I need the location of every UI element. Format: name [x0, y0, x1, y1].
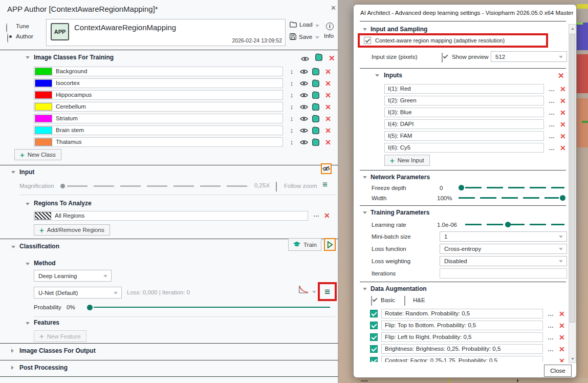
- ellipsis-button[interactable]: …: [549, 110, 555, 116]
- show-preview-checkbox[interactable]: [442, 53, 443, 62]
- magnification-slider-knob[interactable]: [60, 184, 65, 188]
- load-button[interactable]: Load: [290, 22, 313, 28]
- probability-slider-knob[interactable]: [87, 305, 93, 310]
- class-polygon-icon[interactable]: [312, 115, 321, 123]
- input-size-dropdown[interactable]: 512: [491, 51, 567, 62]
- ellipsis-button[interactable]: …: [548, 334, 554, 341]
- training-classes-expander-icon[interactable]: [26, 56, 30, 59]
- new-feature-button[interactable]: + New Feature: [34, 330, 86, 342]
- augmentation-field[interactable]: Rotate: Random. Probability: 0,5: [381, 309, 543, 318]
- augmentation-checkbox[interactable]: [370, 333, 378, 341]
- new-input-button[interactable]: + New Input: [384, 155, 430, 166]
- scroll-down-button[interactable]: [569, 355, 576, 363]
- class-color-swatch[interactable]: [35, 126, 52, 134]
- reorder-updown-icon[interactable]: ↕: [287, 127, 296, 134]
- basic-checkbox[interactable]: [371, 296, 372, 306]
- ellipsis-button[interactable]: …: [549, 145, 555, 151]
- freeze-depth-slider-track[interactable]: [465, 187, 564, 188]
- dialog-scrollbar[interactable]: [569, 24, 576, 363]
- input-channel-field[interactable]: I(3): Blue: [384, 108, 544, 117]
- width-slider-knob[interactable]: [560, 195, 565, 201]
- close-button[interactable]: Close: [544, 365, 572, 377]
- reorder-updown-icon[interactable]: ↕: [287, 103, 296, 110]
- class-eye-icon[interactable]: [299, 69, 309, 75]
- class-name-field[interactable]: Background: [34, 67, 283, 76]
- all-regions-field[interactable]: All Regions: [34, 211, 308, 221]
- class-eye-icon[interactable]: [299, 80, 309, 87]
- ellipsis-button[interactable]: …: [549, 133, 555, 139]
- reorder-updown-icon[interactable]: ↕: [287, 139, 296, 145]
- reorder-updown-icon[interactable]: ↕: [287, 68, 296, 75]
- augmentation-checkbox[interactable]: [370, 345, 378, 353]
- augmentation-field[interactable]: Flip: Left to Right. Probability: 0,5: [381, 332, 543, 342]
- network-params-expander-icon[interactable]: [363, 176, 367, 179]
- class-eye-icon[interactable]: [299, 104, 309, 110]
- delete-class-icon[interactable]: ✕: [323, 103, 333, 111]
- save-dropdown-caret[interactable]: [315, 36, 319, 39]
- author-radio[interactable]: [7, 33, 8, 43]
- load-dropdown-caret[interactable]: [315, 25, 319, 27]
- class-name-field[interactable]: Brain stem: [34, 125, 283, 135]
- delete-augmentation-icon[interactable]: ✕: [559, 310, 565, 317]
- class-polygon-icon[interactable]: [312, 126, 321, 135]
- loss-function-dropdown[interactable]: Cross-entropy: [440, 244, 567, 254]
- delete-class-icon[interactable]: ✕: [323, 127, 333, 134]
- class-color-swatch[interactable]: [35, 115, 52, 122]
- delete-input-icon[interactable]: ✕: [560, 144, 566, 152]
- tune-radio[interactable]: [6, 23, 7, 33]
- scroll-up-button[interactable]: [569, 25, 576, 32]
- class-color-swatch[interactable]: [35, 103, 52, 111]
- app-name-box[interactable]: APP ContextAwareRegionMapping 2026-02-24…: [46, 19, 286, 46]
- class-polygon-icon[interactable]: [312, 79, 321, 88]
- loss-weighting-dropdown[interactable]: Disabled: [440, 256, 567, 266]
- network-dropdown[interactable]: U-Net (Default): [34, 287, 122, 299]
- network-menu-icon[interactable]: ≡: [324, 287, 330, 296]
- learning-rate-slider-track[interactable]: [465, 224, 564, 225]
- regions-ellipsis-button[interactable]: …: [313, 211, 319, 218]
- loss-curve-icon[interactable]: [298, 285, 309, 296]
- input-channel-field[interactable]: I(2): Green: [384, 96, 544, 105]
- all-classes-eye-icon[interactable]: [301, 55, 309, 64]
- mini-batch-dropdown[interactable]: 1: [440, 231, 567, 242]
- ellipsis-button[interactable]: …: [549, 98, 555, 104]
- augmentation-checkbox[interactable]: [370, 310, 378, 317]
- training-params-expander-icon[interactable]: [363, 211, 367, 214]
- class-color-swatch[interactable]: [35, 91, 52, 99]
- new-class-button[interactable]: + New Class: [14, 149, 61, 160]
- delete-input-icon[interactable]: ✕: [560, 109, 566, 116]
- reorder-updown-icon[interactable]: ↕: [287, 80, 296, 87]
- delete-class-icon[interactable]: ✕: [323, 68, 333, 75]
- delete-class-icon[interactable]: ✕: [323, 115, 333, 122]
- context-mapping-checkbox[interactable]: [364, 37, 371, 44]
- delete-augmentation-icon[interactable]: ✕: [559, 357, 565, 363]
- he-checkbox[interactable]: [404, 296, 405, 306]
- features-expander-icon[interactable]: [26, 322, 30, 325]
- delete-input-icon[interactable]: ✕: [560, 133, 566, 140]
- augmentation-checkbox[interactable]: [370, 357, 378, 362]
- delete-augmentation-icon[interactable]: ✕: [559, 322, 565, 329]
- augmentation-field[interactable]: Brightness: Brightness: 0,25. Probabilit…: [381, 344, 543, 354]
- input-section-expander-icon[interactable]: [11, 171, 15, 174]
- delete-class-icon[interactable]: ✕: [323, 139, 333, 146]
- class-name-field[interactable]: Isocortex: [34, 78, 283, 88]
- delete-class-icon[interactable]: ✕: [323, 80, 333, 87]
- augmentation-field[interactable]: Flip: Top to Bottom. Probability: 0,5: [381, 321, 543, 330]
- delete-input-icon[interactable]: ✕: [560, 97, 566, 104]
- input-sampling-expander-icon[interactable]: [363, 28, 367, 31]
- add-remove-regions-button[interactable]: + Add/Remove Regions: [34, 224, 110, 236]
- ellipsis-button[interactable]: …: [549, 121, 555, 127]
- augmentation-checkbox[interactable]: [370, 322, 378, 329]
- input-channel-field[interactable]: I(5): FAM: [384, 131, 544, 141]
- input-channel-field[interactable]: I(6): Cy5: [384, 143, 544, 153]
- probability-slider-track[interactable]: [94, 307, 330, 308]
- input-channel-field[interactable]: I(4): DAPI: [384, 119, 544, 129]
- info-icon[interactable]: i: [326, 23, 334, 30]
- class-polygon-icon[interactable]: [312, 91, 321, 99]
- train-button[interactable]: Train: [288, 238, 321, 251]
- ellipsis-button[interactable]: …: [548, 311, 554, 317]
- ellipsis-button[interactable]: …: [548, 323, 554, 329]
- method-dropdown[interactable]: Deep Learning: [34, 270, 112, 282]
- delete-input-icon[interactable]: ✕: [560, 121, 566, 128]
- close-icon[interactable]: ✕: [331, 4, 336, 12]
- class-color-swatch[interactable]: [35, 68, 52, 75]
